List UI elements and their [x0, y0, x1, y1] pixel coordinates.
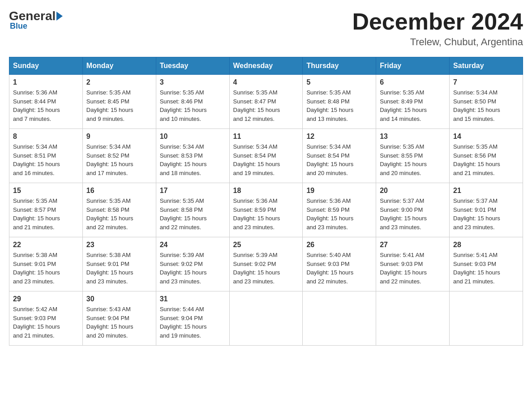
location-title: Trelew, Chubut, Argentina: [352, 36, 523, 48]
calendar-day-cell: [229, 291, 303, 346]
calendar-day-cell: 29 Sunrise: 5:42 AMSunset: 9:03 PMDaylig…: [9, 291, 83, 346]
calendar-day-cell: 28 Sunrise: 5:41 AMSunset: 9:03 PMDaylig…: [450, 237, 523, 291]
day-info: Sunrise: 5:42 AMSunset: 9:03 PMDaylight:…: [13, 305, 79, 340]
day-info: Sunrise: 5:35 AMSunset: 8:58 PMDaylight:…: [86, 197, 152, 231]
calendar-day-cell: 11 Sunrise: 5:34 AMSunset: 8:54 PMDaylig…: [229, 129, 303, 183]
calendar-day-cell: 26 Sunrise: 5:40 AMSunset: 9:03 PMDaylig…: [303, 237, 376, 291]
calendar-day-cell: 31 Sunrise: 5:44 AMSunset: 9:04 PMDaylig…: [156, 291, 229, 346]
calendar-day-cell: 23 Sunrise: 5:38 AMSunset: 9:01 PMDaylig…: [82, 237, 156, 291]
calendar-day-cell: 14 Sunrise: 5:35 AMSunset: 8:56 PMDaylig…: [450, 129, 523, 183]
day-number: 28: [453, 241, 519, 249]
calendar-day-cell: 18 Sunrise: 5:36 AMSunset: 8:59 PMDaylig…: [229, 183, 303, 237]
calendar-day-cell: 19 Sunrise: 5:36 AMSunset: 8:59 PMDaylig…: [303, 183, 376, 237]
day-info: Sunrise: 5:44 AMSunset: 9:04 PMDaylight:…: [160, 305, 226, 340]
calendar-week-row: 1 Sunrise: 5:36 AMSunset: 8:44 PMDayligh…: [9, 75, 523, 129]
calendar-day-cell: 2 Sunrise: 5:35 AMSunset: 8:45 PMDayligh…: [82, 75, 156, 129]
calendar-day-cell: 1 Sunrise: 5:36 AMSunset: 8:44 PMDayligh…: [9, 75, 83, 129]
calendar-day-cell: 21 Sunrise: 5:37 AMSunset: 9:01 PMDaylig…: [450, 183, 523, 237]
day-number: 7: [453, 78, 519, 86]
column-header-wednesday: Wednesday: [229, 57, 303, 75]
day-info: Sunrise: 5:35 AMSunset: 8:58 PMDaylight:…: [160, 197, 226, 231]
calendar-day-cell: 12 Sunrise: 5:34 AMSunset: 8:54 PMDaylig…: [303, 129, 376, 183]
day-info: Sunrise: 5:37 AMSunset: 9:01 PMDaylight:…: [453, 197, 519, 231]
logo-blue-text: Blue: [10, 21, 27, 31]
title-area: December 2024 Trelew, Chubut, Argentina: [352, 9, 523, 48]
column-header-sunday: Sunday: [9, 57, 83, 75]
day-number: 26: [306, 241, 372, 249]
day-info: Sunrise: 5:34 AMSunset: 8:52 PMDaylight:…: [86, 142, 152, 177]
day-number: 2: [86, 78, 152, 86]
calendar-day-cell: 10 Sunrise: 5:34 AMSunset: 8:53 PMDaylig…: [156, 129, 229, 183]
calendar-day-cell: 13 Sunrise: 5:35 AMSunset: 8:55 PMDaylig…: [376, 129, 450, 183]
column-header-saturday: Saturday: [450, 57, 523, 75]
day-number: 23: [86, 241, 152, 249]
day-number: 20: [380, 187, 446, 195]
day-number: 22: [13, 241, 79, 249]
calendar-day-cell: 7 Sunrise: 5:34 AMSunset: 8:50 PMDayligh…: [450, 75, 523, 129]
day-info: Sunrise: 5:41 AMSunset: 9:03 PMDaylight:…: [453, 251, 519, 286]
day-number: 3: [160, 78, 226, 86]
calendar-day-cell: 25 Sunrise: 5:39 AMSunset: 9:02 PMDaylig…: [229, 237, 303, 291]
day-number: 4: [233, 78, 299, 86]
day-number: 17: [160, 187, 226, 195]
day-number: 18: [233, 187, 299, 195]
calendar-day-cell: [376, 291, 450, 346]
day-number: 9: [86, 133, 152, 141]
day-number: 25: [233, 241, 299, 249]
header: General Blue December 2024 Trelew, Chubu…: [9, 9, 523, 48]
column-header-thursday: Thursday: [303, 57, 376, 75]
calendar-week-row: 29 Sunrise: 5:42 AMSunset: 9:03 PMDaylig…: [9, 291, 523, 346]
day-info: Sunrise: 5:34 AMSunset: 8:54 PMDaylight:…: [233, 142, 299, 177]
calendar-day-cell: 4 Sunrise: 5:35 AMSunset: 8:47 PMDayligh…: [229, 75, 303, 129]
calendar-table: SundayMondayTuesdayWednesdayThursdayFrid…: [9, 57, 523, 346]
day-number: 5: [306, 78, 372, 86]
day-number: 24: [160, 241, 226, 249]
logo: General Blue: [9, 9, 64, 31]
calendar-day-cell: 24 Sunrise: 5:39 AMSunset: 9:02 PMDaylig…: [156, 237, 229, 291]
day-info: Sunrise: 5:35 AMSunset: 8:48 PMDaylight:…: [306, 88, 372, 123]
day-info: Sunrise: 5:37 AMSunset: 9:00 PMDaylight:…: [380, 197, 446, 231]
day-number: 16: [86, 187, 152, 195]
calendar-day-cell: 27 Sunrise: 5:41 AMSunset: 9:03 PMDaylig…: [376, 237, 450, 291]
day-info: Sunrise: 5:41 AMSunset: 9:03 PMDaylight:…: [380, 251, 446, 286]
day-info: Sunrise: 5:36 AMSunset: 8:59 PMDaylight:…: [233, 197, 299, 231]
day-info: Sunrise: 5:35 AMSunset: 8:49 PMDaylight:…: [380, 88, 446, 123]
day-info: Sunrise: 5:39 AMSunset: 9:02 PMDaylight:…: [233, 251, 299, 286]
calendar-day-cell: 22 Sunrise: 5:38 AMSunset: 9:01 PMDaylig…: [9, 237, 83, 291]
day-info: Sunrise: 5:38 AMSunset: 9:01 PMDaylight:…: [86, 251, 152, 286]
day-info: Sunrise: 5:34 AMSunset: 8:51 PMDaylight:…: [13, 142, 79, 177]
calendar-day-cell: [450, 291, 523, 346]
day-info: Sunrise: 5:35 AMSunset: 8:56 PMDaylight:…: [453, 142, 519, 177]
day-info: Sunrise: 5:39 AMSunset: 9:02 PMDaylight:…: [160, 251, 226, 286]
day-number: 13: [380, 133, 446, 141]
calendar-day-cell: [303, 291, 376, 346]
day-number: 11: [233, 133, 299, 141]
day-number: 31: [160, 295, 226, 303]
day-number: 12: [306, 133, 372, 141]
column-header-tuesday: Tuesday: [156, 57, 229, 75]
day-info: Sunrise: 5:34 AMSunset: 8:53 PMDaylight:…: [160, 142, 226, 177]
day-info: Sunrise: 5:35 AMSunset: 8:45 PMDaylight:…: [86, 88, 152, 123]
column-header-friday: Friday: [376, 57, 450, 75]
day-info: Sunrise: 5:40 AMSunset: 9:03 PMDaylight:…: [306, 251, 372, 286]
calendar-day-cell: 3 Sunrise: 5:35 AMSunset: 8:46 PMDayligh…: [156, 75, 229, 129]
month-title: December 2024: [352, 9, 523, 34]
day-info: Sunrise: 5:36 AMSunset: 8:44 PMDaylight:…: [13, 88, 79, 123]
calendar-day-cell: 16 Sunrise: 5:35 AMSunset: 8:58 PMDaylig…: [82, 183, 156, 237]
day-info: Sunrise: 5:43 AMSunset: 9:04 PMDaylight:…: [86, 305, 152, 340]
day-info: Sunrise: 5:35 AMSunset: 8:57 PMDaylight:…: [13, 197, 79, 231]
day-number: 27: [380, 241, 446, 249]
day-info: Sunrise: 5:35 AMSunset: 8:46 PMDaylight:…: [160, 88, 226, 123]
day-info: Sunrise: 5:36 AMSunset: 8:59 PMDaylight:…: [306, 197, 372, 231]
column-header-monday: Monday: [82, 57, 156, 75]
day-number: 8: [13, 133, 79, 141]
day-number: 10: [160, 133, 226, 141]
day-number: 1: [13, 78, 79, 86]
calendar-day-cell: 8 Sunrise: 5:34 AMSunset: 8:51 PMDayligh…: [9, 129, 83, 183]
calendar-day-cell: 30 Sunrise: 5:43 AMSunset: 9:04 PMDaylig…: [82, 291, 156, 346]
calendar-day-cell: 6 Sunrise: 5:35 AMSunset: 8:49 PMDayligh…: [376, 75, 450, 129]
day-number: 21: [453, 187, 519, 195]
calendar-week-row: 15 Sunrise: 5:35 AMSunset: 8:57 PMDaylig…: [9, 183, 523, 237]
day-number: 14: [453, 133, 519, 141]
day-number: 29: [13, 295, 79, 303]
